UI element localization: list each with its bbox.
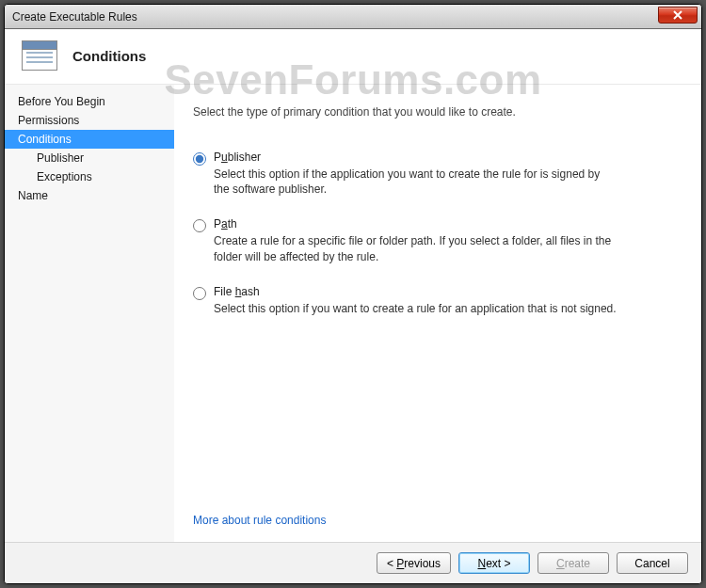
option-path-label: Path xyxy=(214,217,618,230)
nav-before-you-begin[interactable]: Before You Begin xyxy=(5,92,174,111)
wizard-header: Conditions xyxy=(5,29,701,85)
wizard-nav: Before You Begin Permissions Conditions … xyxy=(5,85,174,542)
option-path[interactable]: Path Create a rule for a specific file o… xyxy=(193,217,675,263)
previous-button[interactable]: < Previous xyxy=(377,552,451,574)
instruction-text: Select the type of primary condition tha… xyxy=(193,105,675,119)
nav-publisher[interactable]: Publisher xyxy=(5,149,174,167)
dialog-window: Create Executable Rules Conditions Seven… xyxy=(4,4,702,584)
nav-name[interactable]: Name xyxy=(5,186,174,205)
page-title: Conditions xyxy=(72,48,146,64)
close-icon xyxy=(673,10,682,20)
next-button[interactable]: Next > xyxy=(458,552,530,574)
radio-path[interactable] xyxy=(193,219,206,232)
option-path-desc: Create a rule for a specific file or fol… xyxy=(214,233,618,263)
window-title: Create Executable Rules xyxy=(12,10,137,24)
option-publisher-desc: Select this option if the application yo… xyxy=(214,167,618,197)
option-filehash-desc: Select this option if you want to create… xyxy=(214,301,617,316)
wizard-main: Select the type of primary condition tha… xyxy=(174,85,701,542)
radio-publisher[interactable] xyxy=(193,152,206,166)
titlebar[interactable]: Create Executable Rules xyxy=(5,5,701,29)
option-filehash[interactable]: File hash Select this option if you want… xyxy=(193,285,675,316)
nav-conditions[interactable]: Conditions xyxy=(5,130,174,149)
wizard-body: SevenForums.com Before You Begin Permiss… xyxy=(5,85,701,542)
option-publisher[interactable]: Publisher Select this option if the appl… xyxy=(193,151,675,197)
close-button[interactable] xyxy=(658,7,698,24)
radio-filehash[interactable] xyxy=(193,287,206,300)
nav-permissions[interactable]: Permissions xyxy=(5,111,174,130)
option-publisher-label: Publisher xyxy=(214,151,618,164)
option-filehash-label: File hash xyxy=(214,285,617,298)
cancel-button[interactable]: Cancel xyxy=(617,552,688,574)
help-link[interactable]: More about rule conditions xyxy=(193,514,326,527)
conditions-icon xyxy=(22,40,57,71)
create-button: Create xyxy=(538,552,609,574)
wizard-footer: < Previous Next > Create Cancel xyxy=(5,542,701,583)
nav-exceptions[interactable]: Exceptions xyxy=(5,167,174,186)
